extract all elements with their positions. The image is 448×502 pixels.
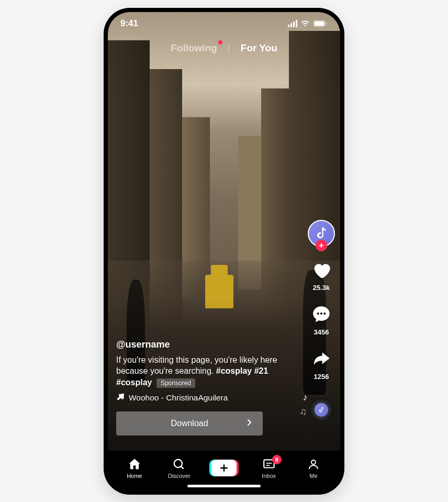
svg-rect-2 xyxy=(326,22,327,25)
share-button[interactable]: 1256 xyxy=(310,348,333,381)
creator-avatar[interactable]: + xyxy=(308,220,335,247)
plus-icon xyxy=(211,460,237,476)
hashtag-link[interactable]: #cosplay xyxy=(116,378,152,387)
sound-title: Woohoo - ChristinaAguilera xyxy=(129,393,228,403)
caption-text: If you're visiting this page, you're lik… xyxy=(116,355,277,376)
svg-point-3 xyxy=(317,312,319,314)
notification-dot-icon xyxy=(218,40,222,44)
svg-point-10 xyxy=(174,459,182,467)
chevron-right-icon xyxy=(247,419,252,428)
cta-label: Download xyxy=(171,419,208,428)
home-icon xyxy=(127,457,142,472)
battery-icon xyxy=(313,20,328,27)
search-icon xyxy=(172,457,186,472)
hashtag-link[interactable]: #21 xyxy=(254,366,268,375)
home-indicator[interactable] xyxy=(187,485,261,487)
sound-row[interactable]: Woohoo - ChristinaAguilera xyxy=(116,393,293,403)
creator-username[interactable]: @username xyxy=(116,339,293,350)
cellular-icon xyxy=(288,20,297,27)
nav-home[interactable]: Home xyxy=(119,457,150,479)
cta-download-button[interactable]: Download xyxy=(116,411,263,436)
svg-point-4 xyxy=(320,312,322,314)
wifi-icon xyxy=(300,20,310,27)
svg-point-13 xyxy=(311,460,316,464)
tab-following[interactable]: Following xyxy=(171,42,217,54)
nav-me-label: Me xyxy=(310,473,318,479)
feed-tabs: Following | For You xyxy=(108,42,340,54)
nav-home-label: Home xyxy=(127,473,142,479)
sound-disc[interactable] xyxy=(309,397,334,422)
share-icon xyxy=(310,348,333,371)
tab-divider: | xyxy=(228,42,230,54)
music-notes-icon: ♪♫ xyxy=(303,392,310,417)
like-count: 25.3k xyxy=(313,284,330,292)
phone-screen: 9:41 Following | For You xyxy=(108,12,340,490)
hashtag-link[interactable]: #cosplay xyxy=(216,366,252,375)
phone-frame: 9:41 Following | For You xyxy=(104,8,344,495)
like-button[interactable]: 25.3k xyxy=(310,259,333,292)
inbox-badge: 9 xyxy=(272,455,282,464)
status-time: 9:41 xyxy=(120,18,138,29)
svg-rect-1 xyxy=(315,21,324,26)
status-right xyxy=(288,20,328,27)
svg-line-11 xyxy=(181,466,184,468)
video-caption[interactable]: If you're visiting this page, you're lik… xyxy=(116,354,293,388)
share-count: 1256 xyxy=(314,373,329,381)
nav-inbox[interactable]: 9 Inbox xyxy=(253,457,285,479)
person-icon xyxy=(307,457,320,472)
comment-button[interactable]: 3456 xyxy=(310,303,333,336)
nav-discover[interactable]: Discover xyxy=(163,457,195,479)
follow-plus-icon[interactable]: + xyxy=(316,240,327,251)
nav-create[interactable] xyxy=(208,460,240,476)
heart-icon xyxy=(310,259,333,282)
nav-discover-label: Discover xyxy=(168,473,191,479)
action-rail: + 25.3k 3456 1256 xyxy=(308,220,335,422)
svg-rect-8 xyxy=(119,394,119,398)
music-note-icon xyxy=(116,393,125,403)
comment-count: 3456 xyxy=(314,328,329,336)
svg-point-5 xyxy=(323,312,326,314)
video-info: @username If you're visiting this page, … xyxy=(116,339,293,436)
tab-following-label: Following xyxy=(171,42,217,53)
svg-rect-9 xyxy=(123,393,124,398)
sponsored-badge: Sponsored xyxy=(156,378,195,388)
nav-inbox-label: Inbox xyxy=(262,473,276,479)
comment-icon xyxy=(310,303,333,326)
nav-me[interactable]: Me xyxy=(298,457,329,479)
status-bar: 9:41 xyxy=(108,12,340,35)
tab-foryou[interactable]: For You xyxy=(241,42,277,54)
